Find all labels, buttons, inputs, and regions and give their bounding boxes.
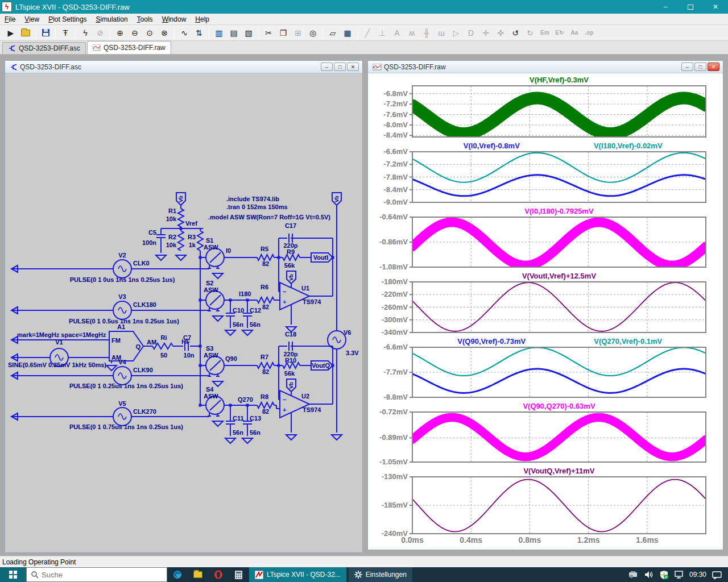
mdi-area: QSD-3253-DIFF.asc – □ ✕ −+−+VbVbVbVbVout… xyxy=(0,55,728,556)
drag-icon: ✜ xyxy=(494,27,507,39)
plot-settings-icon[interactable]: ∿ xyxy=(177,27,191,39)
junction-dot xyxy=(278,364,280,367)
schematic-label: R3 xyxy=(188,234,196,240)
taskbar-edge-icon[interactable] xyxy=(167,567,188,582)
trace-V(HF,Vref)-0.3mV xyxy=(412,98,706,134)
schematic-label: ASW xyxy=(204,244,218,251)
menu-item-window[interactable]: Window xyxy=(158,14,191,24)
print-icon[interactable]: ▦ xyxy=(341,27,354,39)
symbol xyxy=(257,363,274,368)
menu-item-view[interactable]: View xyxy=(20,14,44,24)
taskbar-search[interactable] xyxy=(26,567,167,582)
schematic-label: C5 xyxy=(148,229,156,236)
waveform-canvas[interactable]: V(HF,Vref)-0.3mV-6.8mV-7.2mV-7.6mV-8.0mV… xyxy=(368,73,723,550)
pane-title: V(I0,Vref)-0.8mV xyxy=(464,142,520,150)
pane-title: V(VoutQ,Vref)+11mV xyxy=(523,467,594,475)
network-icon[interactable] xyxy=(674,571,684,579)
taskbar-ltspice-button[interactable]: LTspice XVII - QSD-32... xyxy=(249,567,346,582)
menu-item-file[interactable]: File xyxy=(0,14,20,24)
schematic-close-button[interactable]: ✕ xyxy=(347,63,359,71)
waveform-close-button[interactable]: ✕ xyxy=(708,63,719,71)
save-icon[interactable] xyxy=(39,27,52,39)
tab-qsd-3253-diff.asc[interactable]: QSD-3253-DIFF.asc xyxy=(2,42,86,54)
tab-bar: QSD-3253-DIFF.ascQSD-3253-DIFF.raw xyxy=(0,41,728,55)
print-preview-icon[interactable]: ▱ xyxy=(326,27,340,39)
zoom-in-icon[interactable]: ⊕ xyxy=(113,27,127,39)
tile-horizontal-icon[interactable]: ▤ xyxy=(227,27,241,39)
find-icon[interactable]: ◎ xyxy=(306,27,320,39)
schematic-minimize-button[interactable]: – xyxy=(321,63,333,71)
search-icon xyxy=(27,570,42,579)
schematic-label: 56n xyxy=(250,429,260,436)
schematic-label: V1 xyxy=(55,339,63,346)
plot-pane-7: V(VoutQ,Vref)+11mV-130mV-185mV-240mV xyxy=(382,467,706,538)
autorange-icon[interactable]: ⇅ xyxy=(192,27,206,39)
tab-qsd-3253-diff.raw[interactable]: QSD-3253-DIFF.raw xyxy=(87,41,171,54)
symbol xyxy=(257,255,274,260)
schematic-label: 100n xyxy=(142,239,156,246)
open-file-icon[interactable] xyxy=(19,27,32,39)
x-tick-label: 0.0ms xyxy=(401,535,424,544)
y-tick-label: -0.89mV xyxy=(379,433,408,442)
cascade-windows-icon[interactable]: ▧ xyxy=(242,27,255,39)
menu-item-simulation[interactable]: Simulation xyxy=(92,14,133,24)
run-icon[interactable]: ϟ xyxy=(78,27,92,39)
schematic-label: R5 xyxy=(260,246,268,252)
junction-dot xyxy=(278,256,280,259)
taskbar-clock[interactable]: 09:30 xyxy=(689,571,706,579)
menu-item-plot-settings[interactable]: Plot Settings xyxy=(44,14,91,24)
waveform-restore-button[interactable]: □ xyxy=(694,63,706,71)
menu-item-help[interactable]: Help xyxy=(191,14,214,24)
taskbar-opera-icon[interactable] xyxy=(208,567,229,582)
toolbar-separator xyxy=(258,27,259,39)
zoom-previous-icon[interactable]: ⊙ xyxy=(143,27,156,39)
toolbar-separator xyxy=(110,27,110,39)
tile-vertical-icon[interactable]: ▥ xyxy=(212,27,226,39)
schematic-label: AM xyxy=(111,354,121,361)
y-tick-label: -0.64mV xyxy=(379,213,408,221)
tray-printer-icon[interactable] xyxy=(628,571,639,579)
move-icon: ✛ xyxy=(479,27,493,39)
waveform-window-titlebar[interactable]: QSD-3253-DIFF.raw – □ ✕ xyxy=(368,61,723,73)
search-input[interactable] xyxy=(42,571,150,579)
spice-directive-text: .include TS974.lib xyxy=(226,196,279,202)
cut-icon[interactable]: ✂ xyxy=(262,27,275,39)
y-tick-label: -130mV xyxy=(382,472,408,481)
schematic-label: 56n xyxy=(233,429,243,436)
gear-icon xyxy=(354,571,362,579)
notification-center-icon[interactable] xyxy=(712,571,722,579)
security-shield-icon[interactable] xyxy=(660,571,668,579)
ground-symbol xyxy=(176,255,186,260)
volume-icon[interactable] xyxy=(644,571,654,579)
zoom-full-icon[interactable]: ⊗ xyxy=(158,27,171,39)
schematic-canvas[interactable]: −+−+VbVbVbVbVoutIVoutQR110kVrefC5100nR21… xyxy=(5,73,362,552)
taskbar-ltspice-icon xyxy=(255,571,263,579)
schematic-label: V2 xyxy=(118,252,126,259)
y-tick-label: -7.7mV xyxy=(383,368,408,376)
pane-title: V(Q90,Vref)-0.73mV xyxy=(457,337,526,346)
restore-button[interactable] xyxy=(678,0,703,14)
redo-icon: ↻ xyxy=(523,27,537,39)
y-tick-label: -7.8mV xyxy=(383,173,408,181)
waveform-window: QSD-3253-DIFF.raw – □ ✕ V(HF,Vref)-0.3mV… xyxy=(367,60,723,550)
taskbar: LTspice XVII - QSD-32... Einstellungen xyxy=(0,567,728,582)
schematic-window-title: QSD-3253-DIFF.asc xyxy=(20,63,81,71)
copy-icon[interactable]: ❐ xyxy=(276,27,290,39)
plot-pane-6: V(Q90,Q270)-0.63mV-0.72mV-0.89mV-1.05mV xyxy=(379,402,706,466)
waveform-window-title: QSD-3253-DIFF.raw xyxy=(384,63,446,71)
taskbar-calculator-icon[interactable] xyxy=(229,567,249,582)
zoom-out-icon[interactable]: ⊖ xyxy=(128,27,142,39)
start-button[interactable] xyxy=(0,567,26,582)
minimize-button[interactable]: – xyxy=(653,0,678,14)
new-file-icon[interactable]: ▶ xyxy=(4,27,18,39)
undo-icon[interactable]: ↺ xyxy=(508,27,522,39)
control-panel-icon[interactable]: Ŧ xyxy=(59,27,72,39)
taskbar-explorer-icon[interactable] xyxy=(188,567,208,582)
schematic-restore-button[interactable]: □ xyxy=(334,63,346,71)
taskbar-settings-button[interactable]: Einstellungen xyxy=(349,567,412,582)
schematic-window-titlebar[interactable]: QSD-3253-DIFF.asc – □ ✕ xyxy=(5,61,362,73)
close-button[interactable]: ✕ xyxy=(703,0,728,14)
menu-item-tools[interactable]: Tools xyxy=(133,14,158,24)
waveform-minimize-button[interactable]: – xyxy=(681,63,693,71)
spice-directive-icon: .op xyxy=(582,27,596,39)
